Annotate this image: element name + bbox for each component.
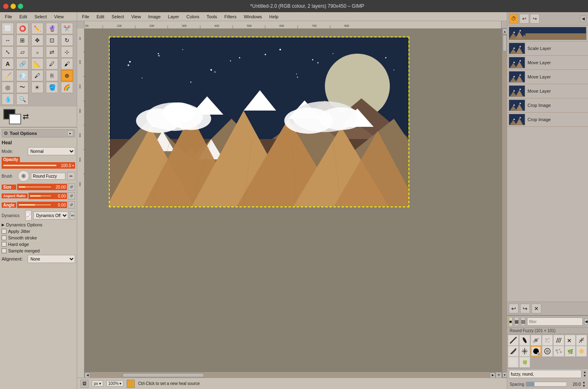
vscroll-up[interactable]: ▲ <box>502 28 507 34</box>
gradient-tab[interactable]: ▨ <box>521 317 525 326</box>
brush-cell-11[interactable] <box>553 346 564 356</box>
dynamics-options-section[interactable]: ▶ Dynamics Options <box>2 222 75 227</box>
menu-file-main[interactable]: File <box>79 13 93 20</box>
perspective-tool[interactable]: ⬦ <box>31 46 43 58</box>
tool-options-expand[interactable]: ▸ <box>67 130 73 136</box>
history-item-1[interactable]: Scale Layer <box>507 41 588 56</box>
brush-cell-6[interactable] <box>576 335 587 346</box>
color-picker-tool[interactable]: 💧 <box>2 93 14 105</box>
align-tool[interactable]: ⊞ <box>16 35 28 46</box>
aspect-reset-button[interactable]: ↺ <box>68 192 75 200</box>
shear-tool[interactable]: ▱ <box>16 46 28 58</box>
alignment-select[interactable]: None <box>28 255 75 263</box>
scale-tool[interactable]: ⤡ <box>2 46 14 58</box>
brush-cell-1[interactable] <box>519 335 530 346</box>
dodge-burn-tool[interactable]: ☀ <box>31 82 43 93</box>
brush-cell-3[interactable] <box>542 335 553 346</box>
search-up[interactable]: ▲ <box>583 370 586 374</box>
undo-tab[interactable]: ↩ <box>519 14 529 24</box>
spacing-down[interactable]: ▼ <box>582 384 586 388</box>
angle-reset-button[interactable]: ↺ <box>68 201 75 209</box>
brush-cell-5[interactable]: ✕ <box>565 335 575 346</box>
zoom-arrow[interactable]: ▾ <box>119 381 121 386</box>
brush-cell-8[interactable] <box>519 346 530 356</box>
menu-layer-main[interactable]: Layer <box>165 13 183 20</box>
scissors-tool[interactable]: ✂️ <box>61 23 73 34</box>
brush-name-button[interactable]: Round Fuzzy <box>31 173 65 180</box>
brush-preview[interactable] <box>18 170 29 182</box>
opacity-arrow[interactable]: ▾ <box>72 164 74 167</box>
history-item-3[interactable]: Move Layer <box>507 70 588 84</box>
transform-tool[interactable]: ↔ <box>2 35 14 46</box>
background-color[interactable] <box>9 114 21 124</box>
spacing-up[interactable]: ▲ <box>582 380 586 384</box>
search-down[interactable]: ▼ <box>583 374 586 378</box>
hscroll-track[interactable] <box>90 373 490 378</box>
horizontal-scrollbar[interactable]: ◀ ▶ ✛ <box>84 372 502 378</box>
brush-panel-expand[interactable]: ◀ <box>584 318 588 325</box>
opacity-slider[interactable]: 100.0 ▾ <box>2 162 75 169</box>
undo-button[interactable]: ↩ <box>509 304 519 313</box>
menu-select[interactable]: Select <box>31 13 50 20</box>
flip-tool[interactable]: ⇄ <box>46 46 58 58</box>
fuzzy-select-tool[interactable]: 🔮 <box>46 23 58 34</box>
zoom-tool[interactable]: 🔍 <box>16 93 28 105</box>
history-item-6[interactable]: Crop Image <box>507 113 588 127</box>
close-button[interactable] <box>3 4 9 9</box>
history-item-5[interactable]: Crop Image <box>507 98 588 113</box>
menu-colors-main[interactable]: Colors <box>183 13 203 20</box>
canvas-image[interactable]: ✦ ✦ ✦ ✦ ✦ ✦ ✦ <box>109 37 409 207</box>
smudge-tool[interactable]: 〜 <box>16 82 28 93</box>
brush-tab[interactable]: ■ <box>509 317 512 326</box>
unit-arrow[interactable]: ▾ <box>99 381 101 386</box>
brush-cell-10[interactable] <box>542 346 553 356</box>
brush-edit-button[interactable]: ✏ <box>67 172 75 180</box>
canvas-scroll[interactable]: ✦ ✦ ✦ ✦ ✦ ✦ ✦ <box>84 28 502 372</box>
size-slider[interactable]: 20.00 <box>17 184 67 190</box>
menu-select-main[interactable]: Select <box>108 13 128 20</box>
spacing-slider[interactable] <box>526 382 567 387</box>
zoom-control[interactable]: 100% ▾ <box>106 380 124 387</box>
ink-tool[interactable]: 🖋 <box>31 70 43 81</box>
dynamics-icon[interactable]: 📈 <box>25 210 32 221</box>
menu-view[interactable]: View <box>51 13 67 20</box>
eraser-tool[interactable]: 🧹 <box>2 70 14 81</box>
history-expand-btn[interactable]: ◀ <box>580 15 586 22</box>
history-item-2[interactable]: Move Layer <box>507 56 588 70</box>
brush-cell-0[interactable] <box>508 335 519 346</box>
vscroll-down[interactable]: ▼ <box>502 372 507 378</box>
menu-edit-main[interactable]: Edit <box>93 13 108 20</box>
blend-tool[interactable]: 🌈 <box>61 82 73 93</box>
mode-select[interactable]: Normal <box>28 147 75 155</box>
menu-image-main[interactable]: Image <box>145 13 164 20</box>
move-tool[interactable]: ✥ <box>31 35 43 46</box>
redo-tab[interactable]: ↪ <box>530 14 540 24</box>
measure-tool[interactable]: 📐 <box>31 58 43 70</box>
canvas-nav-button[interactable]: ✛ <box>495 372 502 378</box>
menu-help-main[interactable]: Help <box>266 13 282 20</box>
history-item-4[interactable]: Move Layer <box>507 84 588 98</box>
path-tool[interactable]: 🔗 <box>16 58 28 70</box>
size-reset-button[interactable]: ↺ <box>68 183 75 191</box>
menu-edit[interactable]: Edit <box>16 13 30 20</box>
cage-tool[interactable]: ⊹ <box>61 46 73 58</box>
heal-tool[interactable]: ⊕ <box>61 70 73 81</box>
redo-button[interactable]: ↪ <box>520 304 530 313</box>
menu-windows-main[interactable]: Windows <box>240 13 265 20</box>
brush-cell-9[interactable]: + <box>531 346 541 356</box>
clear-history-button[interactable]: ✕ <box>532 304 541 313</box>
vscroll-thumb[interactable] <box>503 35 507 51</box>
brush-cell-7[interactable] <box>508 346 519 356</box>
history-item-0[interactable]: Move Layer <box>507 26 588 41</box>
sample-merged-checkbox[interactable] <box>2 248 6 253</box>
smooth-stroke-checkbox[interactable] <box>2 235 6 240</box>
pattern-tab[interactable]: ▦ <box>514 317 519 326</box>
brush-cell-14[interactable] <box>508 357 519 367</box>
statusbar-icon[interactable]: 🖼 <box>80 380 89 388</box>
statusbar-extra[interactable] <box>127 380 135 388</box>
pencil-tool[interactable]: 🖊 <box>46 58 58 70</box>
apply-jitter-checkbox[interactable] <box>2 229 6 234</box>
menu-tools-main[interactable]: Tools <box>203 13 220 20</box>
hard-edge-checkbox[interactable] <box>2 242 6 247</box>
brush-cell-4[interactable] <box>553 335 564 346</box>
